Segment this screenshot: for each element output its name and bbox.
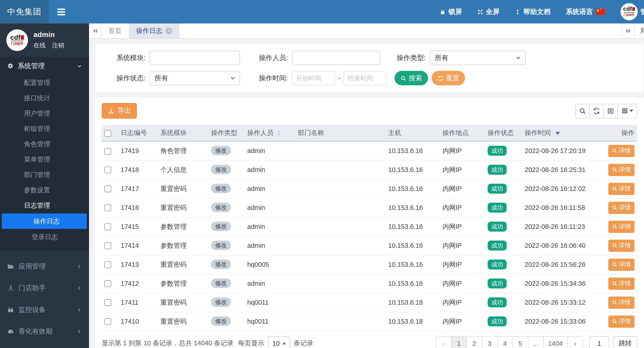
tab-menu-button[interactable]: 局 xyxy=(634,23,644,38)
sidebar-item[interactable]: 参数设置 xyxy=(0,182,89,198)
user-menu[interactable]: cdf 门店助手 管理 xyxy=(620,3,644,20)
row-checkbox[interactable] xyxy=(104,186,111,192)
table-columns-button[interactable] xyxy=(617,104,637,118)
detail-button[interactable]: 详情 xyxy=(608,201,634,214)
row-checkbox[interactable] xyxy=(104,205,111,211)
status-select[interactable]: 所有 xyxy=(150,71,240,85)
status-badge: 成功 xyxy=(488,183,506,193)
search-icon xyxy=(612,281,617,286)
detail-button[interactable]: 详情 xyxy=(608,315,634,328)
select-all-checkbox[interactable] xyxy=(104,130,111,137)
cell-location: 内网IP xyxy=(441,179,486,198)
detail-button[interactable]: 详情 xyxy=(608,239,634,252)
detail-button[interactable]: 详情 xyxy=(608,296,634,309)
filter-panel: 系统模块: 操作人员: 操作类型: 所有 操作状态: 所有 xyxy=(95,43,644,93)
jump-button[interactable]: 跳转 xyxy=(613,336,637,348)
row-checkbox[interactable] xyxy=(104,300,111,306)
sidebar-item[interactable]: 登录日志 xyxy=(0,229,89,245)
sidebar-item[interactable]: 角色管理 xyxy=(0,136,89,152)
detail-button[interactable]: 详情 xyxy=(608,277,634,290)
row-checkbox[interactable] xyxy=(104,167,111,174)
page-button[interactable]: 5 xyxy=(512,336,528,348)
sidebar-item[interactable]: 菜单管理 xyxy=(0,152,89,167)
cell-log-id: 17415 xyxy=(119,217,159,236)
time-end-input[interactable] xyxy=(344,71,387,85)
logout-link[interactable]: 注销 xyxy=(52,41,64,50)
detail-button[interactable]: 详情 xyxy=(608,258,634,271)
detail-button[interactable]: 详情 xyxy=(608,145,634,157)
help-doc-button[interactable]: 帮助文档 xyxy=(515,7,550,16)
detail-button[interactable]: 详情 xyxy=(608,164,634,176)
tabs-scroll-left-button[interactable] xyxy=(89,23,101,38)
lock-screen-button[interactable]: 锁屏 xyxy=(440,7,462,16)
row-checkbox[interactable] xyxy=(104,262,111,268)
table-row: 17417 重置密码 修改 admin 10.153.6.16 内网IP 成功 … xyxy=(102,179,637,198)
double-chevron-right-icon xyxy=(625,28,631,34)
page-button[interactable]: 4 xyxy=(497,336,513,348)
tabs-scroll-right-button[interactable] xyxy=(622,23,634,38)
table-refresh-button[interactable] xyxy=(589,104,604,118)
col-time[interactable]: 操作时间 xyxy=(523,125,598,141)
cell-location: 内网IP xyxy=(441,160,486,179)
row-checkbox[interactable] xyxy=(104,281,111,287)
refresh-icon xyxy=(593,107,600,114)
sidebar-item-store-assistant[interactable]: 门店助手 xyxy=(0,277,89,299)
cell-department xyxy=(296,198,386,217)
sidebar-item[interactable]: 配置管理 xyxy=(0,75,89,90)
page-button[interactable]: 2 xyxy=(466,336,482,348)
cell-location: 内网IP xyxy=(441,293,486,312)
detail-button[interactable]: 详情 xyxy=(608,220,634,233)
table-detail-view-button[interactable] xyxy=(603,104,618,118)
tab-home[interactable]: 首页 xyxy=(101,23,129,38)
sidebar-item-validity-period[interactable]: 香化有效期 xyxy=(0,321,89,342)
col-operator[interactable]: 操作人员 xyxy=(246,125,296,141)
page-size-select[interactable]: 10 xyxy=(268,336,290,348)
cell-time: 2022-08-26 17:20:19 xyxy=(523,141,598,160)
next-page-button[interactable]: › xyxy=(567,336,583,348)
fullscreen-button[interactable]: 全屏 xyxy=(477,7,500,16)
row-checkbox[interactable] xyxy=(104,319,111,325)
sort-icon xyxy=(277,131,281,136)
sidebar-item[interactable]: 柜组管理 xyxy=(0,121,89,136)
status-label: 操作状态: xyxy=(95,74,150,82)
detail-button[interactable]: 详情 xyxy=(608,182,634,195)
close-tab-icon[interactable]: × xyxy=(166,27,172,34)
operator-label: 操作人员: xyxy=(240,53,292,62)
sidebar-item[interactable]: 接口统计 xyxy=(0,90,89,106)
sidebar-item[interactable]: 用户管理 xyxy=(0,106,89,121)
page-button[interactable]: 3 xyxy=(482,336,497,348)
operation-type-badge: 修改 xyxy=(211,241,231,250)
page-button[interactable]: 1 xyxy=(451,336,466,348)
table-search-button[interactable] xyxy=(575,104,590,118)
row-checkbox[interactable] xyxy=(104,148,111,155)
prev-page-button[interactable]: ‹ xyxy=(436,336,451,348)
cell-department xyxy=(296,255,386,274)
reset-button[interactable]: 重置 xyxy=(432,71,465,85)
export-button[interactable]: 导出 xyxy=(102,103,137,119)
sidebar-item-monitor-devices[interactable]: 监控设备 xyxy=(0,299,89,321)
operator-input[interactable] xyxy=(292,51,380,65)
sidebar-item-log-management[interactable]: 日志管理 xyxy=(0,198,89,213)
cell-log-id: 17418 xyxy=(119,160,159,179)
module-input[interactable] xyxy=(150,51,240,65)
time-start-input[interactable] xyxy=(292,71,335,85)
sidebar-section-system[interactable]: 系统管理 xyxy=(0,57,89,75)
cell-module: 个人信息 xyxy=(159,160,209,179)
row-checkbox[interactable] xyxy=(104,243,111,249)
sidebar-item[interactable]: 部门管理 xyxy=(0,167,89,182)
table-row: 17413 重置密码 修改 hq0005 10.153.6.16 内网IP 成功… xyxy=(102,255,637,274)
cell-time: 2022-08-26 16:11:58 xyxy=(523,198,598,217)
tab-operation-log[interactable]: 操作日志 × xyxy=(129,23,180,38)
search-button[interactable]: 搜索 xyxy=(395,71,428,85)
language-switcher[interactable]: 系统语言 ★★ xyxy=(566,7,605,16)
sidebar-toggle-icon[interactable] xyxy=(58,8,65,15)
page-button[interactable]: 1404 xyxy=(543,336,568,348)
row-checkbox[interactable] xyxy=(104,224,111,230)
cell-location: 内网IP xyxy=(441,236,486,255)
type-select[interactable]: 所有 xyxy=(430,51,526,65)
jump-page-input[interactable] xyxy=(589,336,609,348)
sidebar-item-active[interactable]: 操作日志 xyxy=(2,213,87,229)
sidebar-item-app-management[interactable]: 应用管理 xyxy=(0,255,89,277)
grid-icon xyxy=(622,107,628,114)
chevron-left-icon xyxy=(77,307,82,312)
